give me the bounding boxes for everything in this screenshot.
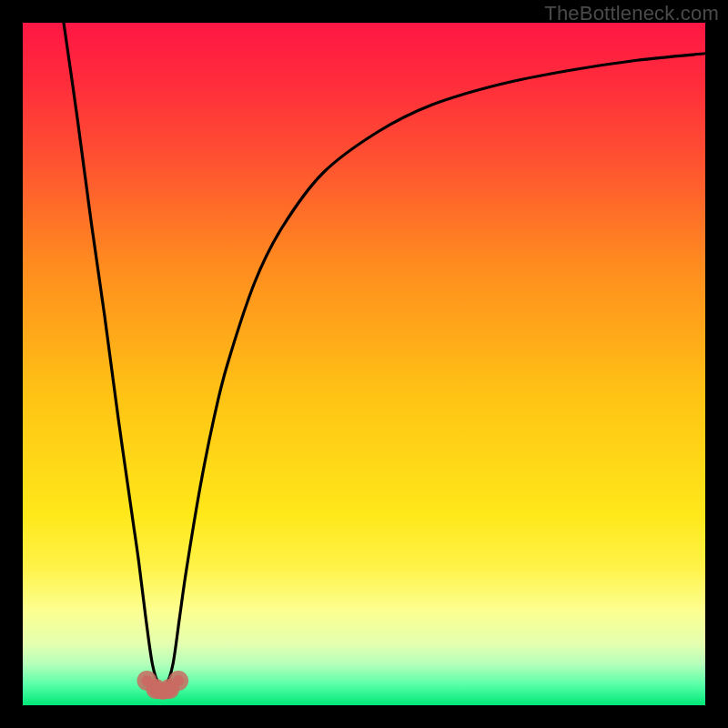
highlight-marker-group [137,671,189,699]
chart-curve-layer [23,23,705,705]
watermark-text: TheBottleneck.com [544,2,719,25]
highlight-point-inner [142,675,153,686]
highlight-point-inner [164,683,175,694]
highlight-point-inner [150,683,161,694]
highlight-point-inner [173,675,184,686]
chart-plot-area [23,23,705,705]
bottleneck-curve [64,23,705,687]
